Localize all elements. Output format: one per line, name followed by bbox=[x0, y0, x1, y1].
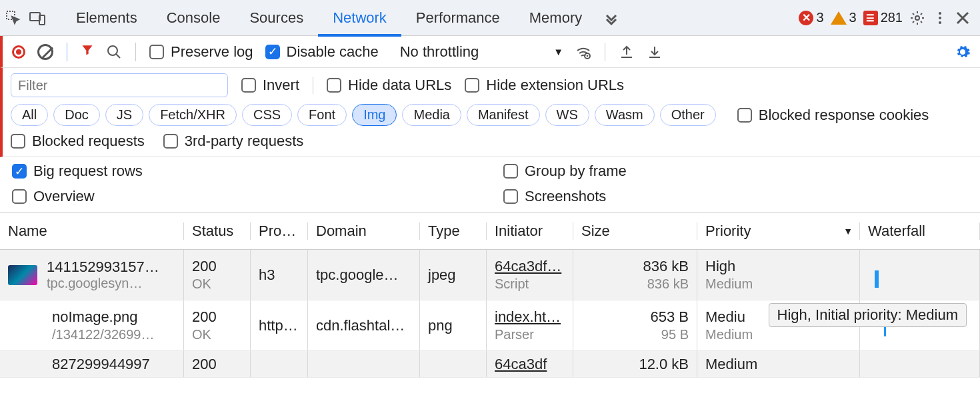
initiator-link[interactable]: 64ca3df… bbox=[495, 258, 565, 275]
invert-checkbox[interactable]: Invert bbox=[241, 77, 299, 94]
tab-memory[interactable]: Memory bbox=[515, 0, 597, 36]
tab-performance[interactable]: Performance bbox=[401, 0, 515, 36]
throttling-select[interactable]: No throttling bbox=[391, 43, 489, 61]
size-sub: 95 B bbox=[661, 327, 689, 342]
chip-wasm[interactable]: Wasm bbox=[595, 104, 655, 126]
checkbox-icon bbox=[12, 164, 27, 179]
type-chips: All Doc JS Fetch/XHR CSS Font Img Media … bbox=[11, 104, 716, 126]
inspect-icon[interactable] bbox=[5, 10, 21, 26]
header-left bbox=[5, 10, 45, 26]
chip-js[interactable]: JS bbox=[105, 104, 143, 126]
chip-manifest[interactable]: Manifest bbox=[467, 104, 540, 126]
download-har-icon[interactable] bbox=[647, 44, 663, 60]
device-toggle-icon[interactable] bbox=[29, 10, 45, 26]
more-tabs-icon[interactable] bbox=[603, 10, 619, 26]
issues-count[interactable]: ☰ 281 bbox=[863, 10, 903, 25]
sort-desc-icon: ▼ bbox=[843, 226, 853, 236]
checkbox-icon bbox=[737, 108, 752, 123]
cell-waterfall bbox=[860, 250, 980, 300]
checkbox-icon bbox=[11, 134, 25, 149]
error-count[interactable]: ✕ 3 bbox=[799, 10, 823, 25]
col-domain[interactable]: Domain bbox=[308, 222, 420, 240]
col-type[interactable]: Type bbox=[420, 222, 487, 240]
error-count-value: 3 bbox=[816, 10, 823, 25]
cell-protocol: http… bbox=[251, 300, 308, 350]
chip-doc[interactable]: Doc bbox=[53, 104, 100, 126]
filter-icon[interactable] bbox=[81, 43, 94, 61]
chip-all[interactable]: All bbox=[11, 104, 48, 126]
cell-status: 200 OK bbox=[184, 300, 251, 350]
status-sub: OK bbox=[192, 276, 242, 292]
blocked-requests-checkbox[interactable]: Blocked requests bbox=[11, 133, 145, 150]
table-row[interactable]: noImage.png /134122/32699… 200 OK http… … bbox=[0, 300, 980, 351]
search-icon[interactable] bbox=[106, 44, 122, 60]
overview-checkbox[interactable]: Overview bbox=[12, 188, 477, 205]
col-name[interactable]: Name bbox=[0, 222, 184, 240]
upload-har-icon[interactable] bbox=[619, 44, 635, 60]
tab-sources[interactable]: Sources bbox=[235, 0, 318, 36]
kebab-icon[interactable] bbox=[932, 10, 948, 26]
preserve-log-checkbox[interactable]: Preserve log bbox=[149, 43, 253, 61]
initiator-link[interactable]: index.ht… bbox=[495, 308, 565, 326]
col-priority[interactable]: Priority ▼ bbox=[697, 222, 860, 240]
record-button[interactable] bbox=[12, 45, 25, 59]
disable-cache-checkbox[interactable]: Disable cache bbox=[265, 43, 379, 61]
big-rows-label: Big request rows bbox=[33, 163, 143, 180]
priority-value: High bbox=[705, 258, 851, 275]
screenshots-checkbox[interactable]: Screenshots bbox=[503, 188, 968, 205]
cell-type bbox=[420, 351, 487, 377]
status-value: 200 bbox=[192, 258, 242, 275]
col-size[interactable]: Size bbox=[573, 222, 697, 240]
col-waterfall[interactable]: Waterfall bbox=[860, 222, 980, 240]
network-conditions-icon[interactable] bbox=[575, 44, 591, 60]
cell-priority: High Medium bbox=[697, 250, 860, 300]
chip-media[interactable]: Media bbox=[402, 104, 461, 126]
cell-domain: cdn.flashtal… bbox=[308, 300, 420, 350]
gear-icon[interactable] bbox=[909, 10, 925, 26]
chip-font[interactable]: Font bbox=[297, 104, 347, 126]
group-frame-checkbox[interactable]: Group by frame bbox=[503, 163, 968, 180]
cell-name: noImage.png /134122/32699… bbox=[0, 300, 184, 350]
checkbox-icon bbox=[503, 164, 518, 179]
cell-initiator: 64ca3df… Script bbox=[487, 250, 573, 300]
chip-ws[interactable]: WS bbox=[545, 104, 589, 126]
chevron-down-icon[interactable]: ▼ bbox=[553, 46, 563, 57]
big-rows-checkbox[interactable]: Big request rows bbox=[12, 163, 477, 180]
cell-size: 836 kB 836 kB bbox=[573, 250, 697, 300]
chip-img[interactable]: Img bbox=[352, 104, 397, 126]
table-row[interactable]: 141152993157… tpc.googlesyn… 200 OK h3 t… bbox=[0, 250, 980, 300]
svg-rect-1 bbox=[30, 13, 40, 21]
cell-domain bbox=[308, 351, 420, 377]
initiator-link[interactable]: 64ca3df bbox=[495, 356, 565, 373]
filter-input[interactable] bbox=[11, 73, 228, 97]
blocked-cookies-checkbox[interactable]: Blocked response cookies bbox=[737, 107, 929, 124]
tab-network[interactable]: Network bbox=[318, 0, 401, 36]
tab-console[interactable]: Console bbox=[152, 0, 235, 36]
settings-gear-icon[interactable] bbox=[955, 44, 971, 60]
chip-fetch[interactable]: Fetch/XHR bbox=[149, 104, 237, 126]
size-sub: 836 kB bbox=[647, 276, 689, 292]
divider bbox=[135, 43, 136, 61]
checkbox-icon bbox=[503, 189, 518, 204]
group-frame-label: Group by frame bbox=[525, 163, 627, 180]
col-status[interactable]: Status bbox=[184, 222, 251, 240]
table-row[interactable]: 827299944997 200 64ca3df 12.0 kB Medium bbox=[0, 351, 980, 378]
hide-ext-urls-checkbox[interactable]: Hide extension URLs bbox=[465, 77, 624, 94]
checkbox-icon bbox=[12, 189, 27, 204]
close-icon[interactable] bbox=[955, 10, 971, 26]
chip-css[interactable]: CSS bbox=[242, 104, 292, 126]
third-party-checkbox[interactable]: 3rd-party requests bbox=[163, 133, 304, 150]
domain-value: cdn.flashtal… bbox=[316, 317, 411, 334]
table-header: Name Status Prot… Domain Type Initiator … bbox=[0, 212, 980, 250]
hide-data-urls-checkbox[interactable]: Hide data URLs bbox=[327, 77, 451, 94]
chip-other[interactable]: Other bbox=[660, 104, 716, 126]
cell-name: 141152993157… tpc.googlesyn… bbox=[0, 250, 184, 300]
tab-elements[interactable]: Elements bbox=[61, 0, 152, 36]
col-protocol[interactable]: Prot… bbox=[251, 222, 308, 240]
col-initiator[interactable]: Initiator bbox=[487, 222, 573, 240]
checkbox-icon bbox=[241, 78, 256, 93]
clear-button[interactable] bbox=[37, 44, 53, 60]
warning-count[interactable]: 3 bbox=[831, 10, 857, 25]
priority-tooltip: High, Initial priority: Medium bbox=[769, 303, 967, 327]
third-party-label: 3rd-party requests bbox=[185, 133, 304, 150]
